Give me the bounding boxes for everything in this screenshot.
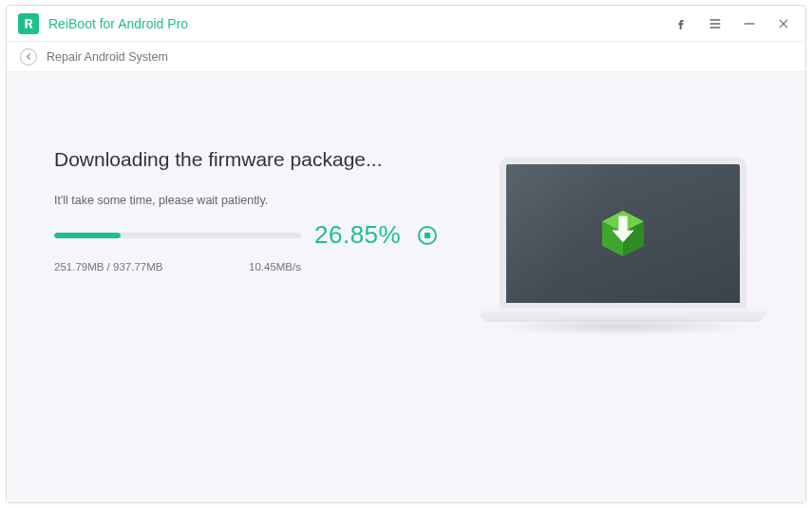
app-window: ReiBoot for Android Pro Repair Android S…: [6, 5, 806, 503]
app-logo-icon: [18, 13, 39, 34]
progress-percent: 26.85%: [314, 220, 401, 250]
close-icon[interactable]: [775, 15, 792, 32]
breadcrumb-bar: Repair Android System: [7, 42, 805, 72]
content-area: Downloading the firmware package... It'l…: [7, 72, 805, 502]
app-title: ReiBoot for Android Pro: [48, 16, 188, 31]
progress-row: 26.85%: [54, 220, 453, 250]
download-heading: Downloading the firmware package...: [54, 148, 453, 171]
progress-fill: [54, 233, 121, 238]
laptop-screen: [500, 158, 746, 310]
laptop-base: [478, 309, 767, 322]
facebook-icon[interactable]: [672, 15, 689, 32]
download-cube-icon: [595, 206, 651, 261]
menu-icon[interactable]: [707, 15, 724, 32]
progress-size: 251.79MB / 937.77MB: [54, 261, 162, 273]
download-subtext: It'll take some time, please wait patien…: [54, 194, 453, 207]
window-controls: [672, 15, 798, 32]
progress-stats: 251.79MB / 937.77MB 10.45MB/s: [54, 261, 301, 273]
progress-bar: [54, 233, 301, 238]
back-button[interactable]: [20, 48, 37, 66]
download-speed: 10.45MB/s: [249, 261, 301, 273]
download-panel: Downloading the firmware package... It'l…: [54, 148, 453, 502]
stop-button[interactable]: [418, 226, 437, 245]
minimize-icon[interactable]: [741, 15, 758, 32]
title-bar: ReiBoot for Android Pro: [7, 6, 805, 42]
breadcrumb-label: Repair Android System: [47, 50, 168, 64]
laptop-illustration: [478, 158, 767, 322]
